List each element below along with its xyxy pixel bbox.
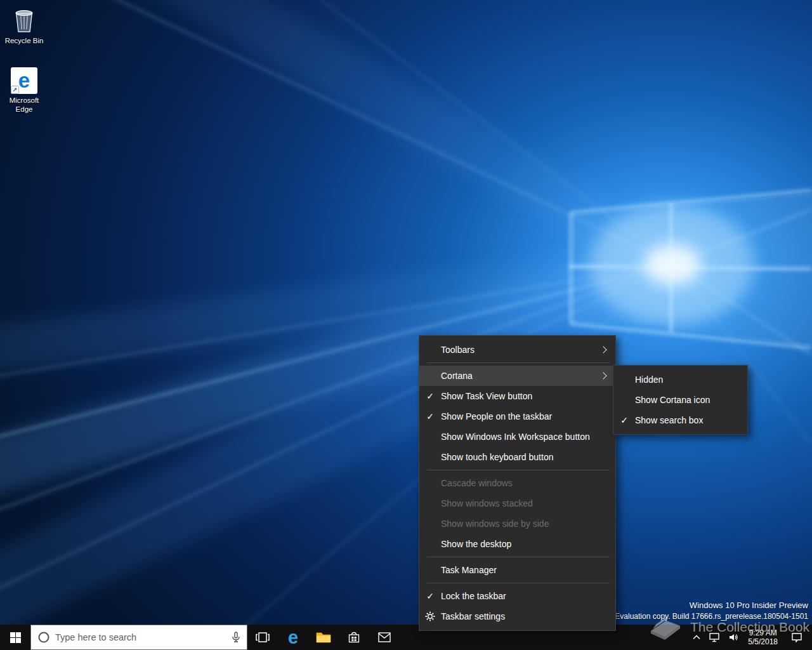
submenu-item-show-search-box[interactable]: ✓ Show search box — [613, 410, 747, 430]
system-tray: 9:29 AM 5/5/2018 — [688, 625, 812, 650]
edge-tile-icon: e ↗ — [0, 63, 48, 94]
checkmark-icon: ✓ — [419, 591, 441, 601]
desktop-wallpaper — [0, 0, 812, 650]
menu-item-label: Task Manager — [441, 565, 609, 575]
task-view-button[interactable] — [247, 625, 278, 650]
action-center-icon — [791, 632, 802, 642]
store-button[interactable] — [339, 625, 369, 650]
checkmark-icon: ✓ — [419, 411, 441, 421]
chevron-up-icon — [693, 635, 700, 640]
submenu-item-show-cortana-icon[interactable]: Show Cortana icon — [613, 390, 747, 410]
menu-item-label: Show Task View button — [441, 391, 609, 401]
menu-item-task-manager[interactable]: Task Manager — [419, 560, 615, 580]
action-center-button[interactable] — [783, 625, 811, 650]
menu-item-label: Show search box — [635, 415, 741, 425]
eval-line-2: Evaluation copy. Build 17666.rs_prerelea… — [615, 611, 808, 622]
edge-e-glyph: e — [18, 69, 30, 93]
menu-separator — [427, 470, 610, 470]
menu-item-show-windows-ink-workspace-button[interactable]: Show Windows Ink Workspace button — [419, 427, 615, 447]
eval-line-1: Windows 10 Pro Insider Preview — [615, 600, 808, 611]
task-view-icon — [256, 632, 270, 642]
menu-item-show-people-on-taskbar[interactable]: ✓ Show People on the taskbar — [419, 406, 615, 427]
volume-button[interactable] — [724, 625, 743, 650]
chevron-right-icon — [599, 346, 606, 353]
search-input[interactable] — [55, 632, 226, 642]
edge-taskbar-button[interactable]: e — [278, 625, 308, 650]
desktop-icon-recycle-bin[interactable]: Recycle Bin — [0, 4, 48, 45]
menu-item-cascade-windows: Cascade windows — [419, 473, 615, 493]
menu-item-label: Show Windows Ink Workspace button — [441, 432, 609, 442]
menu-item-label: Show People on the taskbar — [441, 411, 609, 421]
windows-evaluation-watermark: Windows 10 Pro Insider Preview Evaluatio… — [615, 600, 808, 622]
chevron-right-icon — [599, 372, 606, 379]
checkmark-icon: ✓ — [613, 415, 635, 425]
menu-item-label: Lock the taskbar — [441, 591, 609, 601]
menu-separator — [427, 583, 610, 583]
menu-item-label: Cortana — [441, 371, 601, 381]
menu-item-label: Show Cortana icon — [635, 395, 741, 405]
network-icon — [709, 633, 719, 642]
taskbar-context-menu: Toolbars Cortana ✓ Show Task View button… — [419, 335, 616, 631]
menu-item-label: Show windows stacked — [441, 498, 609, 508]
gear-icon — [419, 611, 441, 621]
taskbar: e — [0, 625, 812, 650]
start-button[interactable] — [0, 625, 30, 650]
speaker-icon — [728, 633, 738, 642]
file-explorer-icon — [316, 631, 331, 644]
menu-item-show-task-view-button[interactable]: ✓ Show Task View button — [419, 386, 615, 406]
menu-item-label: Toolbars — [441, 345, 601, 355]
menu-item-label: Taskbar settings — [441, 611, 609, 621]
network-button[interactable] — [705, 625, 724, 650]
desktop-icon-microsoft-edge[interactable]: e ↗ Microsoft Edge — [0, 63, 48, 114]
taskbar-clock[interactable]: 9:29 AM 5/5/2018 — [743, 628, 783, 646]
taskbar-search[interactable] — [30, 625, 247, 650]
menu-item-show-touch-keyboard-button[interactable]: Show touch keyboard button — [419, 447, 615, 467]
mail-icon — [378, 632, 391, 642]
windows-logo-icon — [10, 632, 21, 643]
shortcut-arrow-icon: ↗ — [11, 86, 19, 94]
desktop-icon-label: Recycle Bin — [0, 36, 48, 45]
checkmark-icon: ✓ — [419, 391, 441, 401]
microphone-icon[interactable] — [232, 632, 240, 643]
menu-item-label: Show touch keyboard button — [441, 452, 609, 462]
menu-item-toolbars[interactable]: Toolbars — [419, 340, 615, 360]
edge-icon: e — [288, 628, 298, 647]
menu-separator — [427, 362, 610, 363]
menu-item-label: Show windows side by side — [441, 519, 609, 529]
menu-item-show-windows-stacked: Show windows stacked — [419, 493, 615, 514]
recycle-bin-icon — [0, 4, 48, 34]
mail-button[interactable] — [369, 625, 400, 650]
clock-date: 5/5/2018 — [748, 637, 778, 646]
file-explorer-button[interactable] — [308, 625, 339, 650]
clock-time: 9:29 AM — [748, 628, 778, 637]
menu-item-label: Cascade windows — [441, 478, 609, 488]
menu-item-label: Show the desktop — [441, 539, 609, 549]
menu-item-taskbar-settings[interactable]: Taskbar settings — [419, 606, 615, 627]
desktop-icon-label: Microsoft Edge — [0, 96, 48, 114]
submenu-item-hidden[interactable]: Hidden — [613, 369, 747, 390]
menu-item-cortana[interactable]: Cortana — [419, 366, 615, 386]
wallpaper-art — [0, 0, 812, 650]
menu-item-label: Hidden — [635, 375, 741, 385]
store-icon — [348, 631, 360, 644]
menu-item-show-windows-side-by-side: Show windows side by side — [419, 514, 615, 534]
cortana-submenu: Hidden Show Cortana icon ✓ Show search b… — [613, 365, 748, 435]
cortana-circle-icon — [37, 631, 50, 644]
show-hidden-icons-button[interactable] — [688, 625, 705, 650]
menu-item-lock-the-taskbar[interactable]: ✓ Lock the taskbar — [419, 586, 615, 606]
menu-item-show-the-desktop[interactable]: Show the desktop — [419, 534, 615, 554]
menu-separator — [427, 557, 610, 557]
